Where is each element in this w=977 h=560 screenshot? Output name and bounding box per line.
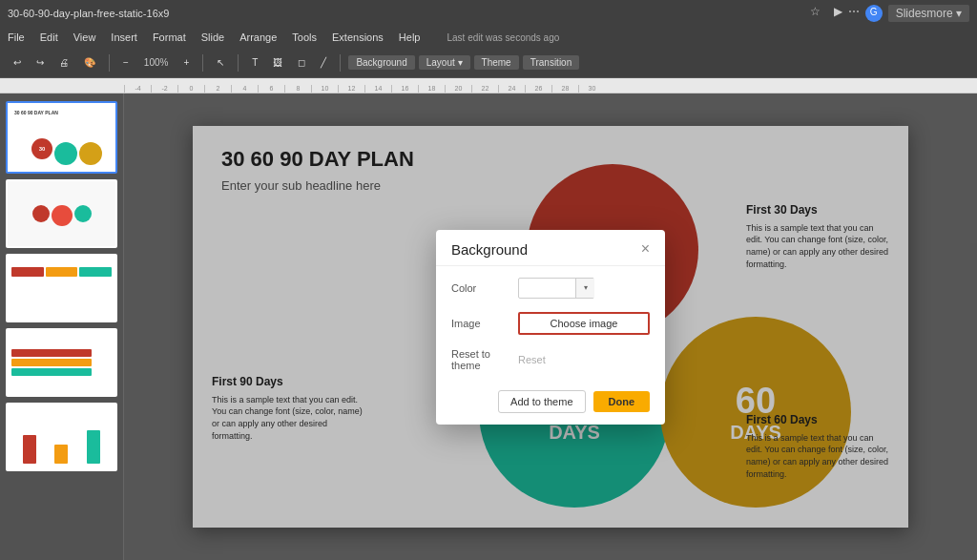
window-controls: ☆ ▶ ⋯ G Slidesmore ▾ [810,5,969,22]
shape-btn[interactable]: ◻ [292,55,311,70]
title-bar: 30-60-90-day-plan-free-static-16x9 ☆ ▶ ⋯… [0,0,977,27]
menu-edit[interactable]: Edit [40,31,58,43]
layout-btn[interactable]: Layout ▾ [419,55,470,70]
zoom-out-btn[interactable]: − [117,55,135,70]
image-btn[interactable]: 🖼 [267,55,288,70]
star-icon[interactable]: ☆ [810,5,821,22]
separator1 [109,54,110,72]
reset-row: Reset to theme Reset [451,348,650,371]
text-btn[interactable]: T [246,55,263,70]
separator4 [340,54,341,72]
menu-extensions[interactable]: Extensions [332,31,384,43]
slide-thumb-1[interactable]: 30 60 90 DAY PLAN 30 [6,101,117,174]
done-button[interactable]: Done [593,391,651,412]
dialog-title: Background [451,241,528,258]
dialog-close-button[interactable]: × [641,241,650,257]
zoom-in-btn[interactable]: + [177,55,195,70]
more-icon[interactable]: ⋯ [848,5,860,22]
menu-format[interactable]: Format [153,31,186,43]
redo-btn[interactable]: ↪ [31,55,50,70]
app-title[interactable]: Slidesmore ▾ [888,5,969,22]
print-btn[interactable]: 🖨 [53,55,74,70]
menu-view[interactable]: View [73,31,96,43]
account-icon[interactable]: G [865,5,883,22]
menu-bar: File Edit View Insert Format Slide Arran… [0,27,977,48]
image-row: Image Choose image [451,312,650,335]
line-btn[interactable]: ╱ [315,55,332,70]
slide-thumb-2[interactable] [6,179,117,248]
add-to-theme-button[interactable]: Add to theme [498,390,585,413]
dialog-overlay: Background × Color ▾ Image Choose imag [124,93,977,560]
color-row: Color ▾ [451,278,650,299]
dialog-footer: Add to theme Done [436,383,665,425]
last-edit: Last edit was seconds ago [447,32,559,43]
paint-btn[interactable]: 🎨 [78,55,101,70]
present-icon[interactable]: ▶ [834,5,842,22]
reset-theme-label: Reset to theme [451,348,518,371]
slide-panel: 30 60 90 DAY PLAN 30 [0,93,124,560]
menu-help[interactable]: Help [399,31,421,43]
transition-btn[interactable]: Transition [523,55,580,70]
menu-insert[interactable]: Insert [111,31,137,43]
color-label: Color [451,282,518,294]
dialog-body: Color ▾ Image Choose image Reset to them… [436,266,665,383]
menu-tools[interactable]: Tools [292,31,317,43]
slide-thumb-5[interactable] [6,403,117,471]
undo-btn[interactable]: ↩ [8,55,27,70]
reset-button[interactable]: Reset [518,354,546,365]
ruler-marks: -4-202468 101214161820 2224262830 [0,78,977,93]
window-title: 30-60-90-day-plan-free-static-16x9 [8,8,169,19]
slide-thumb-3[interactable] [6,254,117,322]
choose-image-button[interactable]: Choose image [518,312,650,335]
menu-arrange[interactable]: Arrange [239,31,277,43]
separator2 [202,54,203,72]
canvas-area: 30 60 90 DAY PLAN Enter your sub headlin… [124,93,977,560]
color-preview[interactable]: ▾ [518,278,594,299]
ruler: -4-202468 101214161820 2224262830 [0,78,977,93]
theme-btn[interactable]: Theme [474,55,519,70]
background-toolbar-btn[interactable]: Background [348,55,414,70]
separator3 [238,54,239,72]
slide-thumb-4[interactable] [6,328,117,397]
cursor-btn[interactable]: ↖ [211,55,230,70]
dialog-header: Background × [436,230,665,266]
menu-file[interactable]: File [8,31,25,43]
zoom-level: 100% [138,55,175,70]
menu-slide[interactable]: Slide [201,31,224,43]
color-dropdown-arrow[interactable]: ▾ [575,279,594,298]
toolbar: ↩ ↪ 🖨 🎨 − 100% + ↖ T 🖼 ◻ ╱ Background La… [0,48,977,78]
background-dialog: Background × Color ▾ Image Choose imag [436,230,665,425]
main-area: 30 60 90 DAY PLAN 30 [0,93,977,560]
image-label: Image [451,318,518,329]
